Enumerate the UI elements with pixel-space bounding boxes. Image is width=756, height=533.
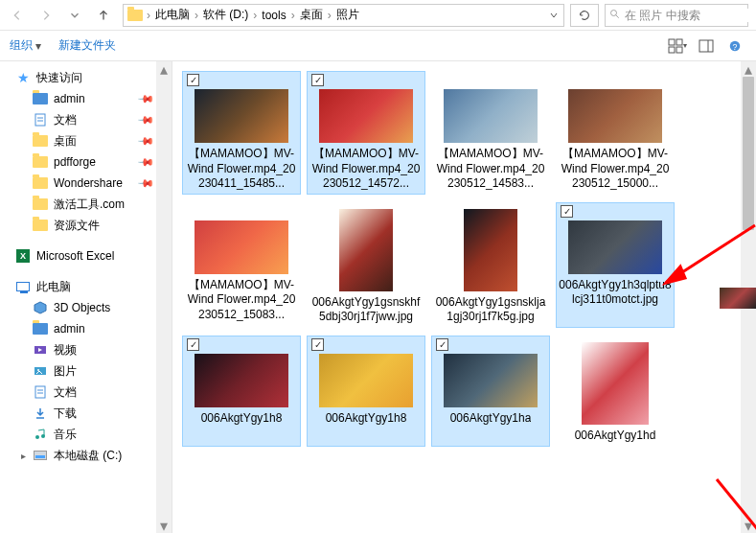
scroll-track[interactable]: [156, 77, 172, 518]
sidebar-item[interactable]: 激活工具.com: [0, 194, 172, 215]
sidebar-item[interactable]: 视频: [0, 339, 172, 360]
crumb-item[interactable]: 照片: [333, 7, 362, 23]
refresh-button[interactable]: [570, 4, 599, 27]
sidebar-item[interactable]: Wondershare📌: [0, 173, 172, 194]
file-item[interactable]: 【MAMAMOO】MV- Wind Flower.mp4_20230512_14…: [431, 71, 550, 195]
sidebar-item-label: 下载: [54, 406, 77, 422]
file-item[interactable]: ✓006AkgtYgy1ha: [431, 336, 550, 447]
sidebar-item-label: 资源文件: [54, 218, 100, 234]
sidebar-label: 此电脑: [36, 279, 71, 295]
sidebar-item[interactable]: 资源文件: [0, 215, 172, 236]
file-label: 006AkgtYgy1gsnskhf5dbj30rj1f7jww.jpg: [309, 295, 423, 325]
checkbox-icon[interactable]: ✓: [311, 74, 324, 86]
chevron-down-icon: ▾: [35, 39, 41, 53]
preview-pane-button[interactable]: [695, 35, 718, 58]
sidebar-item[interactable]: 音乐: [0, 424, 172, 445]
nav-recent-button[interactable]: [61, 2, 88, 29]
annotation-arrow: [707, 470, 756, 533]
svg-rect-9: [35, 114, 45, 126]
crumb-item[interactable]: 软件 (D:): [200, 7, 251, 23]
search-box[interactable]: [605, 4, 748, 27]
toolbar-label: 新建文件夹: [58, 37, 116, 54]
scroll-up-icon[interactable]: ▴: [156, 61, 172, 77]
svg-rect-1: [669, 39, 675, 45]
folder-icon: [33, 133, 48, 149]
folder-icon: [126, 6, 145, 25]
crumb-item[interactable]: 桌面: [297, 7, 326, 23]
sidebar-quick-access[interactable]: ★快速访问: [0, 67, 172, 88]
excel-icon: X: [15, 248, 31, 264]
chevron-right-icon[interactable]: ›: [251, 9, 259, 22]
toolbar: 组织▾ 新建文件夹 ▾ ?: [0, 31, 756, 61]
scroll-handle[interactable]: [743, 77, 754, 230]
toolbar-label: 组织: [10, 37, 33, 54]
file-item[interactable]: 006AkgtYgy1gsnsklja1gj30rj1f7k5g.jpg: [431, 202, 550, 328]
checkbox-icon[interactable]: ✓: [436, 338, 448, 351]
file-item[interactable]: 006AkgtYgy1hd: [556, 336, 675, 447]
file-item[interactable]: ✓006AkgtYgy1h8: [307, 336, 425, 447]
download-icon: [33, 406, 48, 421]
crumb-item[interactable]: tools: [259, 9, 288, 22]
nav-forward-button[interactable]: [33, 2, 59, 29]
nav-up-button[interactable]: [90, 2, 117, 29]
sidebar-item[interactable]: 桌面📌: [0, 130, 172, 151]
doc-icon: [33, 384, 48, 400]
file-item[interactable]: 【MAMAMOO】MV- Wind Flower.mp4_20230512_15…: [182, 202, 301, 328]
new-folder-button[interactable]: 新建文件夹: [58, 37, 116, 54]
chevron-right-icon[interactable]: ›: [145, 9, 152, 22]
checkbox-icon[interactable]: ✓: [311, 338, 324, 351]
scroll-up-icon[interactable]: ▴: [741, 61, 756, 77]
sidebar-item[interactable]: 文档: [0, 382, 172, 403]
checkbox-icon[interactable]: ✓: [187, 74, 199, 86]
chevron-right-icon[interactable]: ›: [193, 9, 200, 22]
sidebar-label: Microsoft Excel: [36, 249, 114, 263]
address-bar: › 此电脑 › 软件 (D:) › tools › 桌面 › 照片: [0, 0, 756, 31]
chevron-right-icon[interactable]: ›: [326, 9, 333, 22]
scroll-down-icon[interactable]: ▾: [156, 518, 172, 533]
file-item[interactable]: 006AkgtYgy1gsnskhf5dbj30rj1f7jww.jpg: [307, 202, 425, 328]
sidebar-item[interactable]: 图片: [0, 360, 172, 382]
pictures-icon: [33, 363, 48, 379]
sidebar-item[interactable]: pdfforge📌: [0, 151, 172, 173]
file-item[interactable]: ✓【MAMAMOO】MV- Wind Flower.mp4_20230411_1…: [182, 71, 301, 195]
expand-icon[interactable]: ▸: [21, 451, 31, 461]
view-thumbnails-button[interactable]: ▾: [666, 35, 689, 58]
crumb-item[interactable]: 此电脑: [152, 7, 193, 23]
sidebar-item-label: 激活工具.com: [54, 197, 125, 213]
thumbnail-image: [319, 354, 413, 407]
sidebar-item[interactable]: 3D Objects: [0, 297, 172, 318]
organize-button[interactable]: 组织▾: [10, 37, 41, 54]
nav-back-button[interactable]: [4, 2, 31, 29]
sidebar: ★快速访问 admin📌文档📌桌面📌pdfforge📌Wondershare📌激…: [0, 61, 172, 533]
sidebar-item-label: 文档: [54, 384, 77, 401]
folder-icon: [33, 154, 48, 170]
sidebar-this-pc[interactable]: 此电脑: [0, 276, 172, 297]
sidebar-item[interactable]: admin📌: [0, 88, 172, 109]
thumbnail-image: [195, 220, 288, 274]
pin-icon: 📌: [136, 89, 154, 107]
svg-rect-3: [669, 47, 675, 53]
chevron-right-icon[interactable]: ›: [289, 9, 297, 22]
pin-icon: 📌: [136, 152, 154, 171]
folder-icon: [33, 197, 48, 212]
file-label: 【MAMAMOO】MV- Wind Flower.mp4_20230512_14…: [434, 147, 547, 192]
sidebar-item[interactable]: 下载: [0, 403, 172, 424]
sidebar-item[interactable]: admin: [0, 318, 172, 339]
main-area: ★快速访问 admin📌文档📌桌面📌pdfforge📌Wondershare📌激…: [0, 61, 756, 533]
thumbnail-image: [568, 89, 662, 143]
sidebar-item[interactable]: 文档📌: [0, 109, 172, 130]
sidebar-excel[interactable]: XMicrosoft Excel: [0, 245, 172, 266]
sidebar-item-label: 3D Objects: [54, 301, 110, 314]
file-label: 【MAMAMOO】MV- Wind Flower.mp4_20230411_15…: [185, 147, 298, 192]
search-input[interactable]: [625, 9, 756, 22]
checkbox-icon[interactable]: ✓: [187, 338, 199, 351]
checkbox-icon[interactable]: ✓: [561, 205, 573, 218]
file-item[interactable]: 【MAMAMOO】MV- Wind Flower.mp4_20230512_15…: [556, 71, 675, 195]
file-item[interactable]: ✓【MAMAMOO】MV- Wind Flower.mp4_20230512_1…: [307, 71, 425, 195]
breadcrumb-dropdown[interactable]: [544, 5, 563, 26]
help-button[interactable]: ?: [723, 35, 746, 58]
file-item[interactable]: ✓006AkgtYgy1h8: [182, 336, 301, 447]
breadcrumb-box[interactable]: › 此电脑 › 软件 (D:) › tools › 桌面 › 照片: [123, 4, 564, 27]
sidebar-item[interactable]: ▸本地磁盘 (C:): [0, 445, 172, 466]
sidebar-scrollbar[interactable]: ▴ ▾: [156, 61, 172, 533]
